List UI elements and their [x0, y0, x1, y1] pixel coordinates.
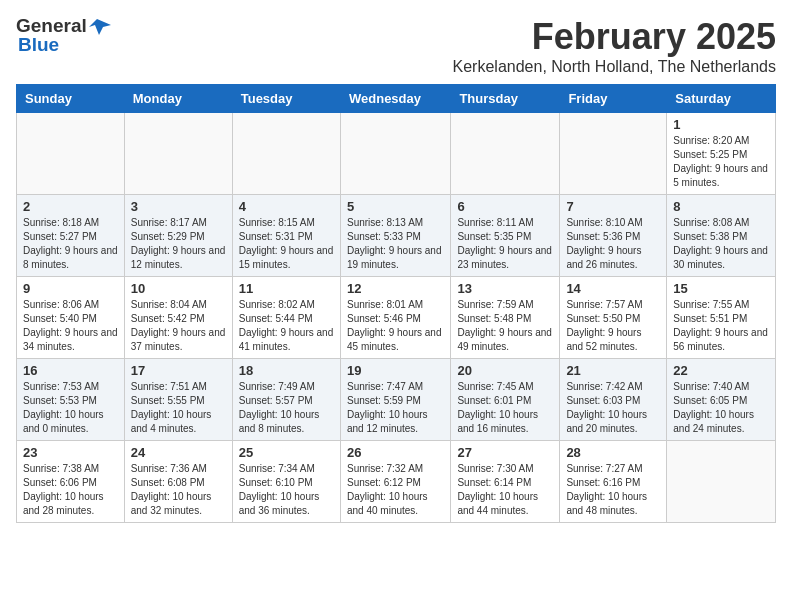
day-info: Sunrise: 7:30 AM Sunset: 6:14 PM Dayligh…: [457, 462, 553, 518]
day-number: 11: [239, 281, 334, 296]
day-info: Sunrise: 7:38 AM Sunset: 6:06 PM Dayligh…: [23, 462, 118, 518]
day-number: 2: [23, 199, 118, 214]
col-wednesday: Wednesday: [340, 85, 450, 113]
location-subtitle: Kerkelanden, North Holland, The Netherla…: [453, 58, 776, 76]
title-area: February 2025 Kerkelanden, North Holland…: [453, 16, 776, 76]
day-info: Sunrise: 7:42 AM Sunset: 6:03 PM Dayligh…: [566, 380, 660, 436]
col-saturday: Saturday: [667, 85, 776, 113]
table-row: 19Sunrise: 7:47 AM Sunset: 5:59 PM Dayli…: [340, 359, 450, 441]
table-row: [17, 113, 125, 195]
table-row: 10Sunrise: 8:04 AM Sunset: 5:42 PM Dayli…: [124, 277, 232, 359]
col-friday: Friday: [560, 85, 667, 113]
day-info: Sunrise: 8:13 AM Sunset: 5:33 PM Dayligh…: [347, 216, 444, 272]
calendar-week-row: 23Sunrise: 7:38 AM Sunset: 6:06 PM Dayli…: [17, 441, 776, 523]
day-number: 10: [131, 281, 226, 296]
table-row: [340, 113, 450, 195]
col-tuesday: Tuesday: [232, 85, 340, 113]
day-info: Sunrise: 8:01 AM Sunset: 5:46 PM Dayligh…: [347, 298, 444, 354]
day-number: 16: [23, 363, 118, 378]
day-number: 27: [457, 445, 553, 460]
logo-blue: Blue: [18, 35, 59, 54]
logo: General Blue: [16, 16, 111, 54]
day-info: Sunrise: 7:57 AM Sunset: 5:50 PM Dayligh…: [566, 298, 660, 354]
day-info: Sunrise: 8:02 AM Sunset: 5:44 PM Dayligh…: [239, 298, 334, 354]
table-row: 18Sunrise: 7:49 AM Sunset: 5:57 PM Dayli…: [232, 359, 340, 441]
day-number: 19: [347, 363, 444, 378]
day-number: 17: [131, 363, 226, 378]
day-number: 22: [673, 363, 769, 378]
table-row: 22Sunrise: 7:40 AM Sunset: 6:05 PM Dayli…: [667, 359, 776, 441]
table-row: 23Sunrise: 7:38 AM Sunset: 6:06 PM Dayli…: [17, 441, 125, 523]
table-row: [124, 113, 232, 195]
day-number: 6: [457, 199, 553, 214]
table-row: 11Sunrise: 8:02 AM Sunset: 5:44 PM Dayli…: [232, 277, 340, 359]
table-row: 20Sunrise: 7:45 AM Sunset: 6:01 PM Dayli…: [451, 359, 560, 441]
svg-marker-0: [89, 19, 111, 35]
day-number: 28: [566, 445, 660, 460]
day-number: 15: [673, 281, 769, 296]
day-info: Sunrise: 7:36 AM Sunset: 6:08 PM Dayligh…: [131, 462, 226, 518]
day-info: Sunrise: 8:08 AM Sunset: 5:38 PM Dayligh…: [673, 216, 769, 272]
day-info: Sunrise: 7:51 AM Sunset: 5:55 PM Dayligh…: [131, 380, 226, 436]
col-monday: Monday: [124, 85, 232, 113]
table-row: [451, 113, 560, 195]
day-info: Sunrise: 8:15 AM Sunset: 5:31 PM Dayligh…: [239, 216, 334, 272]
table-row: [232, 113, 340, 195]
day-info: Sunrise: 7:34 AM Sunset: 6:10 PM Dayligh…: [239, 462, 334, 518]
logo-bird-icon: [89, 17, 111, 35]
day-number: 1: [673, 117, 769, 132]
day-info: Sunrise: 7:55 AM Sunset: 5:51 PM Dayligh…: [673, 298, 769, 354]
day-number: 9: [23, 281, 118, 296]
table-row: 12Sunrise: 8:01 AM Sunset: 5:46 PM Dayli…: [340, 277, 450, 359]
table-row: 2Sunrise: 8:18 AM Sunset: 5:27 PM Daylig…: [17, 195, 125, 277]
header: General Blue February 2025 Kerkelanden, …: [16, 16, 776, 76]
table-row: 15Sunrise: 7:55 AM Sunset: 5:51 PM Dayli…: [667, 277, 776, 359]
calendar-week-row: 2Sunrise: 8:18 AM Sunset: 5:27 PM Daylig…: [17, 195, 776, 277]
day-info: Sunrise: 7:32 AM Sunset: 6:12 PM Dayligh…: [347, 462, 444, 518]
day-info: Sunrise: 8:06 AM Sunset: 5:40 PM Dayligh…: [23, 298, 118, 354]
day-info: Sunrise: 7:27 AM Sunset: 6:16 PM Dayligh…: [566, 462, 660, 518]
day-info: Sunrise: 8:10 AM Sunset: 5:36 PM Dayligh…: [566, 216, 660, 272]
table-row: 3Sunrise: 8:17 AM Sunset: 5:29 PM Daylig…: [124, 195, 232, 277]
table-row: 16Sunrise: 7:53 AM Sunset: 5:53 PM Dayli…: [17, 359, 125, 441]
day-number: 4: [239, 199, 334, 214]
day-number: 14: [566, 281, 660, 296]
calendar-table: Sunday Monday Tuesday Wednesday Thursday…: [16, 84, 776, 523]
day-info: Sunrise: 7:47 AM Sunset: 5:59 PM Dayligh…: [347, 380, 444, 436]
day-number: 20: [457, 363, 553, 378]
table-row: [560, 113, 667, 195]
table-row: 24Sunrise: 7:36 AM Sunset: 6:08 PM Dayli…: [124, 441, 232, 523]
table-row: 26Sunrise: 7:32 AM Sunset: 6:12 PM Dayli…: [340, 441, 450, 523]
table-row: 6Sunrise: 8:11 AM Sunset: 5:35 PM Daylig…: [451, 195, 560, 277]
day-number: 23: [23, 445, 118, 460]
day-number: 12: [347, 281, 444, 296]
table-row: 1Sunrise: 8:20 AM Sunset: 5:25 PM Daylig…: [667, 113, 776, 195]
table-row: 7Sunrise: 8:10 AM Sunset: 5:36 PM Daylig…: [560, 195, 667, 277]
table-row: 14Sunrise: 7:57 AM Sunset: 5:50 PM Dayli…: [560, 277, 667, 359]
table-row: 25Sunrise: 7:34 AM Sunset: 6:10 PM Dayli…: [232, 441, 340, 523]
day-info: Sunrise: 8:20 AM Sunset: 5:25 PM Dayligh…: [673, 134, 769, 190]
day-number: 3: [131, 199, 226, 214]
day-info: Sunrise: 8:18 AM Sunset: 5:27 PM Dayligh…: [23, 216, 118, 272]
day-number: 5: [347, 199, 444, 214]
day-number: 18: [239, 363, 334, 378]
day-info: Sunrise: 7:45 AM Sunset: 6:01 PM Dayligh…: [457, 380, 553, 436]
table-row: 27Sunrise: 7:30 AM Sunset: 6:14 PM Dayli…: [451, 441, 560, 523]
calendar-week-row: 9Sunrise: 8:06 AM Sunset: 5:40 PM Daylig…: [17, 277, 776, 359]
month-year-title: February 2025: [453, 16, 776, 58]
day-info: Sunrise: 7:53 AM Sunset: 5:53 PM Dayligh…: [23, 380, 118, 436]
table-row: 9Sunrise: 8:06 AM Sunset: 5:40 PM Daylig…: [17, 277, 125, 359]
calendar-week-row: 1Sunrise: 8:20 AM Sunset: 5:25 PM Daylig…: [17, 113, 776, 195]
day-info: Sunrise: 7:49 AM Sunset: 5:57 PM Dayligh…: [239, 380, 334, 436]
day-number: 24: [131, 445, 226, 460]
table-row: 13Sunrise: 7:59 AM Sunset: 5:48 PM Dayli…: [451, 277, 560, 359]
day-info: Sunrise: 8:17 AM Sunset: 5:29 PM Dayligh…: [131, 216, 226, 272]
calendar-header-row: Sunday Monday Tuesday Wednesday Thursday…: [17, 85, 776, 113]
day-number: 25: [239, 445, 334, 460]
day-info: Sunrise: 8:11 AM Sunset: 5:35 PM Dayligh…: [457, 216, 553, 272]
logo-general: General: [16, 16, 87, 35]
table-row: 17Sunrise: 7:51 AM Sunset: 5:55 PM Dayli…: [124, 359, 232, 441]
day-number: 8: [673, 199, 769, 214]
table-row: 21Sunrise: 7:42 AM Sunset: 6:03 PM Dayli…: [560, 359, 667, 441]
table-row: [667, 441, 776, 523]
